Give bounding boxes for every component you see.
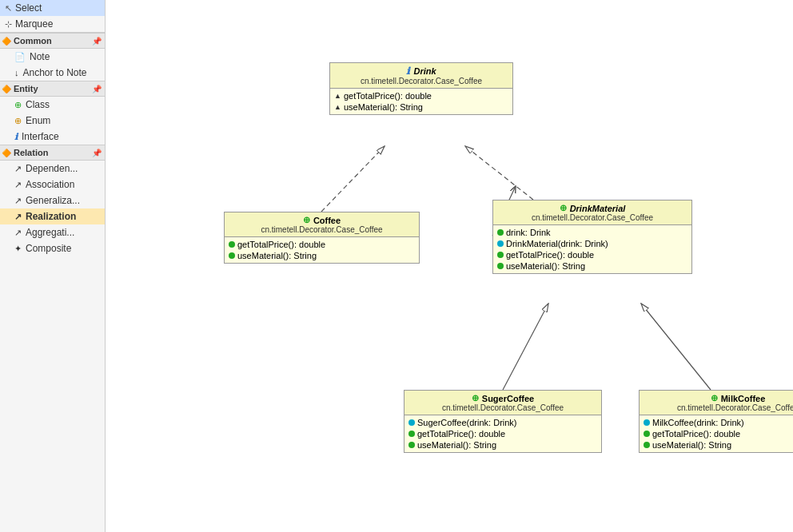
note-label: Note (30, 51, 50, 62)
aggregation-label: Aggregati... (26, 227, 74, 238)
common-section-label: Common (14, 36, 52, 46)
entity-section-label: Entity (14, 84, 38, 93)
class-milkcoffee-header: ⊕ MilkCoffee cn.timetell.Decorator.Case_… (640, 391, 793, 415)
coffee-method-1: useMaterial(): String (229, 250, 415, 261)
coffee-class-name: Coffee (313, 216, 341, 225)
association-label: Association (26, 179, 74, 190)
relation-pin-icon[interactable]: 📌 (92, 149, 102, 157)
class-drink-header: ℹ Drink cn.timetell.Decorator.Case_Coffe… (330, 63, 512, 89)
coffee-dot-1 (229, 252, 235, 259)
relation-section-header: 🔶 Relation 📌 (0, 145, 105, 161)
class-sugercoffee-header: ⊕ SugerCoffee cn.timetell.Decorator.Case… (404, 391, 601, 415)
class-coffee[interactable]: ⊕ Coffee cn.timetell.Decorator.Case_Coff… (224, 212, 420, 264)
coffee-dot-0 (229, 241, 235, 248)
dm-dot-3 (497, 263, 504, 269)
milkcoffee-class-icon: ⊕ (711, 393, 718, 403)
aggregation-icon: ↗ (14, 228, 22, 238)
entity-title: 🔶 Entity (2, 84, 38, 93)
dm-method-text-1: DrinkMaterial(drink: Drink) (506, 239, 608, 248)
svg-line-3 (503, 304, 548, 390)
milkcoffee-method-2: useMaterial(): String (644, 439, 793, 451)
entity-section-icon: 🔶 (2, 85, 11, 93)
sidebar-item-class[interactable]: ⊕ Class (0, 97, 105, 113)
sidebar-item-note[interactable]: 📄 Note (0, 49, 105, 65)
sidebar-item-composite[interactable]: ✦ Composite (0, 240, 105, 256)
common-section-header: 🔶 Common 📌 (0, 33, 105, 49)
drinkmaterial-method-3: useMaterial(): String (497, 260, 687, 272)
common-pin-icon[interactable]: 📌 (92, 37, 102, 46)
enum-icon: ⊕ (14, 116, 22, 126)
class-coffee-header: ⊕ Coffee cn.timetell.Decorator.Case_Coff… (225, 212, 419, 237)
sugercoffee-method-2: useMaterial(): String (408, 439, 597, 451)
class-drink[interactable]: ℹ Drink cn.timetell.Decorator.Case_Coffe… (329, 62, 513, 115)
dm-dot-2 (497, 252, 504, 258)
svg-line-4 (641, 304, 711, 390)
common-section-icon: 🔶 (2, 37, 11, 46)
class-milkcoffee[interactable]: ⊕ MilkCoffee cn.timetell.Decorator.Case_… (639, 390, 793, 453)
dependency-label: Dependen... (26, 163, 78, 174)
drinkmaterial-package: cn.timetell.Decorator.Case_Coffee (497, 213, 687, 222)
mc-dot-1 (644, 431, 650, 437)
coffee-method-text-1: useMaterial(): String (237, 251, 317, 260)
svg-line-0 (321, 146, 385, 212)
drinkmaterial-class-name: DrinkMaterial (570, 204, 626, 213)
dm-method-text-2: getTotalPrice(): double (506, 250, 594, 260)
sugercoffee-class-icon: ⊕ (472, 393, 479, 403)
dm-dot-0 (497, 229, 504, 236)
sc-method-text-1: getTotalPrice(): double (417, 429, 505, 439)
marquee-label: Marquee (15, 18, 53, 30)
interface-label: Interface (22, 131, 59, 142)
tri-icon-0: ▲ (334, 92, 341, 100)
sidebar-item-aggregation[interactable]: ↗ Aggregati... (0, 224, 105, 240)
entity-pin-icon[interactable]: 📌 (92, 85, 102, 93)
sidebar-item-dependency[interactable]: ↗ Dependen... (0, 161, 105, 177)
marquee-icon: ⊹ (5, 19, 12, 30)
tri-icon-1: ▲ (334, 103, 341, 111)
coffee-package: cn.timetell.Decorator.Case_Coffee (229, 225, 415, 234)
svg-line-1 (465, 146, 533, 200)
composite-icon: ✦ (14, 244, 22, 254)
sidebar-item-enum[interactable]: ⊕ Enum (0, 113, 105, 129)
class-sugercoffee[interactable]: ⊕ SugerCoffee cn.timetell.Decorator.Case… (404, 390, 602, 453)
sugercoffee-class-name: SugerCoffee (482, 394, 534, 403)
sc-method-text-0: SugerCoffee(drink: Drink) (417, 418, 517, 427)
drinkmaterial-methods: drink: Drink DrinkMaterial(drink: Drink)… (493, 225, 691, 273)
sugercoffee-method-1: getTotalPrice(): double (408, 428, 597, 439)
interface-icon: ℹ (14, 132, 18, 142)
drink-method-1: ▲ useMaterial(): String (334, 101, 508, 113)
association-icon: ↗ (14, 180, 22, 190)
dm-method-text-0: drink: Drink (506, 228, 551, 237)
sugercoffee-methods: SugerCoffee(drink: Drink) getTotalPrice(… (404, 415, 601, 452)
sidebar-item-interface[interactable]: ℹ Interface (0, 129, 105, 145)
dependency-icon: ↗ (14, 164, 22, 174)
mc-method-text-1: getTotalPrice(): double (652, 429, 740, 439)
drinkmaterial-class-icon: ⊕ (560, 203, 567, 213)
milkcoffee-class-name: MilkCoffee (721, 394, 766, 403)
note-icon: 📄 (14, 52, 26, 62)
mc-method-text-2: useMaterial(): String (652, 440, 731, 450)
drinkmaterial-method-0: drink: Drink (497, 227, 687, 238)
class-label: Class (26, 99, 50, 110)
select-tool[interactable]: ↖ Select (0, 0, 105, 16)
sidebar-item-generalization[interactable]: ↗ Generaliza... (0, 193, 105, 208)
class-icon: ⊕ (14, 100, 22, 110)
drink-method-0: ▲ getTotalPrice(): double (334, 90, 508, 101)
sidebar-item-association[interactable]: ↗ Association (0, 177, 105, 193)
marquee-tool[interactable]: ⊹ Marquee (0, 16, 105, 32)
sugercoffee-method-0: SugerCoffee(drink: Drink) (408, 417, 597, 428)
diagram-canvas[interactable]: ℹ Drink cn.timetell.Decorator.Case_Coffe… (106, 0, 793, 532)
relation-title: 🔶 Relation (2, 148, 48, 157)
drinkmaterial-method-2: getTotalPrice(): double (497, 249, 687, 260)
sidebar-item-anchor[interactable]: ↓ Anchor to Note (0, 65, 105, 81)
sidebar-item-realization[interactable]: ↗ Realization (0, 208, 105, 224)
sc-dot-0 (408, 419, 415, 426)
tools-section: ↖ Select ⊹ Marquee (0, 0, 105, 33)
coffee-method-text-0: getTotalPrice(): double (237, 240, 325, 249)
entity-section-header: 🔶 Entity 📌 (0, 81, 105, 97)
sc-dot-2 (408, 442, 415, 448)
select-label: Select (15, 2, 42, 14)
enum-label: Enum (26, 115, 50, 126)
relation-section-icon: 🔶 (2, 149, 11, 157)
generalization-label: Generaliza... (26, 195, 80, 206)
class-drinkmaterial[interactable]: ⊕ DrinkMaterial cn.timetell.Decorator.Ca… (492, 200, 692, 274)
